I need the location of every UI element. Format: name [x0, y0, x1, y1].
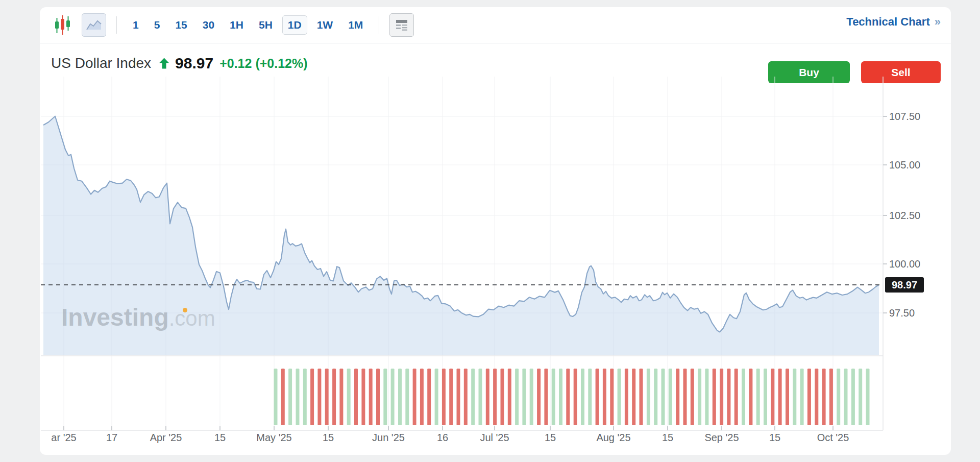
interval-1h-button[interactable]: 1H: [224, 15, 249, 35]
double-chevron-right-icon: »: [935, 15, 941, 29]
last-price: 98.97: [175, 55, 213, 72]
y-tick-label: 97.50: [889, 307, 935, 319]
toolbar-left-group: 1515301H5H1D1W1M: [51, 12, 414, 38]
change-percent: (+0.12%): [255, 56, 307, 70]
x-tick-label: 15: [640, 432, 696, 444]
technical-chart-label: Technical Chart: [846, 15, 929, 29]
x-tick-label: Aug '25: [585, 432, 642, 444]
x-tick-label: 17: [84, 432, 140, 444]
x-tick-label: 16: [414, 432, 471, 444]
news-panel-icon[interactable]: [389, 13, 414, 37]
y-tick-label: 107.50: [889, 111, 935, 123]
x-tick-label: Jun '25: [360, 432, 416, 444]
chart-panel: 1515301H5H1D1W1M Technical Chart »: [40, 7, 951, 455]
x-tick-label: Jul '25: [467, 432, 523, 444]
technical-chart-link[interactable]: Technical Chart »: [846, 15, 941, 29]
buy-button[interactable]: Buy: [768, 61, 850, 83]
instrument-header: US Dollar Index 98.97 +0.12 (+0.12%): [51, 50, 308, 77]
price-up-arrow-icon: [159, 58, 169, 69]
x-tick-label: 15: [192, 432, 248, 444]
toolbar-divider: [379, 16, 379, 34]
interval-1m-button[interactable]: 1M: [342, 15, 369, 35]
interval-5-button[interactable]: 5: [149, 15, 166, 35]
page: 1515301H5H1D1W1M Technical Chart »: [0, 0, 980, 462]
y-tick-label: 105.00: [889, 159, 935, 171]
x-tick-label: Oct '25: [805, 432, 861, 444]
toolbar-divider: [116, 16, 117, 34]
interval-1-button[interactable]: 1: [127, 15, 144, 35]
interval-1w-button[interactable]: 1W: [311, 15, 339, 35]
instrument-title: US Dollar Index: [51, 55, 151, 71]
y-tick-label: 100.00: [889, 258, 935, 270]
x-tick-label: 15: [522, 432, 578, 444]
interval-group: 1515301H5H1D1W1M: [127, 15, 369, 35]
x-tick-label: May '25: [246, 432, 302, 444]
sell-button[interactable]: Sell: [861, 61, 941, 83]
price-change: +0.12 (+0.12%): [219, 56, 307, 71]
x-tick-label: 15: [747, 432, 803, 444]
candlestick-chart-icon[interactable]: [51, 14, 75, 36]
change-value: +0.12: [219, 56, 252, 70]
interval-15-button[interactable]: 15: [169, 15, 192, 35]
interval-1d-button[interactable]: 1D: [282, 15, 307, 35]
interval-30-button[interactable]: 30: [197, 15, 220, 35]
y-tick-label: 102.50: [889, 210, 935, 222]
last-price-badge: 98.97: [885, 277, 924, 293]
x-tick-label: Sep '25: [694, 432, 750, 444]
x-tick-label: 15: [300, 432, 356, 444]
area-chart-icon[interactable]: [82, 13, 106, 37]
interval-5h-button[interactable]: 5H: [253, 15, 278, 35]
chart-toolbar: 1515301H5H1D1W1M Technical Chart »: [40, 7, 951, 43]
x-tick-label: Apr '25: [138, 432, 194, 444]
